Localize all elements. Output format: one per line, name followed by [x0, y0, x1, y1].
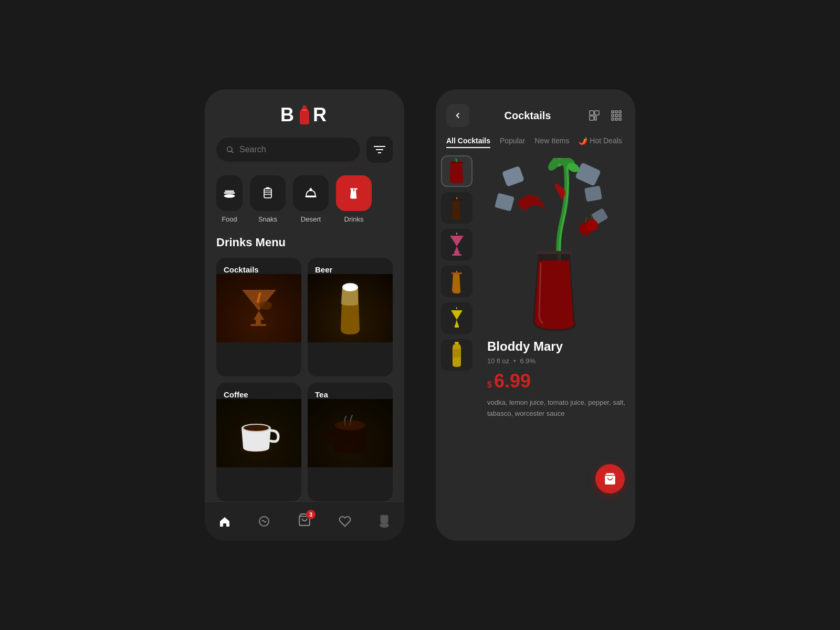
logo-r: R: [313, 104, 329, 126]
desert-icon: [303, 186, 318, 201]
tea-pot-svg: [324, 407, 376, 459]
coffee-image: [216, 399, 301, 467]
tab-all-cocktails[interactable]: All Cocktails: [446, 136, 490, 148]
category-drinks[interactable]: Drinks: [336, 175, 372, 223]
phone-left: B R: [205, 89, 404, 541]
drinks-icon-box: [336, 175, 372, 211]
phone-right: Cocktails: [436, 89, 635, 541]
heart-icon: [339, 515, 351, 528]
hot-deals-icon: 🌶️: [579, 136, 587, 145]
category-food[interactable]: Food: [216, 175, 243, 223]
svg-rect-41: [615, 114, 617, 117]
nav-chat[interactable]: [258, 515, 270, 528]
thumb-yellow-bottle[interactable]: [441, 339, 472, 371]
thumb-sidebar: [436, 155, 478, 541]
svg-rect-18: [256, 320, 261, 324]
bottle-icon: [297, 106, 312, 124]
cocktails-image: [216, 274, 301, 342]
menu-card-cocktails[interactable]: Cocktails: [216, 258, 301, 376]
svg-rect-42: [619, 114, 621, 117]
thumb-bottle-svg: [451, 342, 463, 368]
view-icons: [586, 107, 625, 124]
phones-container: B R: [205, 89, 635, 541]
nav-home[interactable]: [218, 515, 231, 528]
svg-rect-55: [455, 325, 459, 328]
menu-card-beer[interactable]: Beer: [308, 258, 393, 376]
view-list-icon[interactable]: [586, 107, 603, 124]
svg-rect-37: [612, 111, 614, 113]
profile-icon: [378, 515, 391, 528]
price-amount: 6.99: [494, 370, 531, 392]
svg-point-69: [586, 219, 598, 231]
beer-placeholder: [308, 274, 393, 342]
menu-card-coffee[interactable]: Coffee: [216, 383, 301, 501]
drink-price-row: $ 6.99: [487, 370, 626, 392]
bloody-mary-illustration: [488, 158, 625, 337]
thumb-rum[interactable]: [441, 192, 472, 224]
thumb-pink-svg: [448, 232, 466, 258]
filter-icon: [374, 145, 385, 154]
menu-card-tea[interactable]: Tea: [308, 383, 393, 501]
back-button[interactable]: [446, 104, 469, 127]
food-icon-box: [216, 175, 243, 211]
search-box[interactable]: [216, 138, 360, 162]
cocktails-label: Cocktails: [216, 258, 301, 274]
category-desert[interactable]: Desert: [293, 175, 329, 223]
svg-rect-45: [619, 118, 621, 120]
svg-rect-53: [452, 272, 462, 274]
svg-point-32: [380, 523, 389, 528]
svg-rect-61: [584, 186, 602, 202]
drinks-label: Drinks: [344, 215, 364, 223]
svg-rect-34: [595, 111, 599, 115]
svg-line-71: [591, 214, 592, 219]
drink-ingredients: vodka, lemon juice, tomato juice, pepper…: [487, 397, 626, 419]
nav-favorites[interactable]: [339, 515, 351, 528]
thumb-pink[interactable]: [441, 229, 472, 260]
svg-rect-35: [590, 116, 594, 120]
tab-popular[interactable]: Popular: [500, 136, 525, 148]
thumb-bloody-mary[interactable]: [441, 155, 472, 187]
cart-fab-button[interactable]: [595, 464, 625, 494]
food-icon: [222, 186, 237, 201]
svg-line-70: [585, 217, 587, 223]
bottom-nav: 3: [205, 501, 404, 541]
thumb-bloody-mary-svg: [447, 158, 466, 184]
svg-point-8: [224, 194, 235, 198]
thumb-lemon[interactable]: [441, 302, 472, 334]
nav-profile[interactable]: [378, 515, 391, 528]
filter-button[interactable]: [366, 136, 393, 163]
svg-rect-44: [615, 118, 617, 120]
tea-image: [308, 399, 393, 467]
drink-name: Bloddy Mary: [487, 339, 626, 354]
svg-rect-57: [455, 342, 459, 344]
tab-new-items[interactable]: New Items: [534, 136, 569, 148]
svg-rect-50: [454, 251, 459, 254]
drink-info: Bloddy Mary 10 fl oz • 6.9% $ 6.99 vodka…: [485, 339, 628, 419]
dot-separator: •: [513, 357, 516, 365]
svg-rect-38: [615, 111, 617, 113]
svg-rect-36: [595, 116, 596, 120]
search-input[interactable]: [239, 145, 351, 154]
chat-icon: [258, 515, 270, 528]
snaks-icon-box: [250, 175, 286, 211]
hot-deals-label: Hot Deals: [590, 136, 622, 145]
view-grid-icon[interactable]: [608, 107, 625, 124]
drinks-menu-title: Drinks Menu: [205, 236, 404, 249]
svg-rect-13: [266, 187, 270, 190]
search-area: [205, 136, 404, 163]
beer-glass-svg: [334, 277, 366, 340]
top-bar: Cocktails: [436, 89, 635, 136]
svg-rect-31: [381, 515, 388, 523]
svg-rect-7: [225, 191, 234, 192]
svg-point-20: [259, 301, 272, 310]
menu-grid: Cocktails: [205, 258, 404, 501]
beer-label: Beer: [308, 258, 393, 274]
svg-rect-62: [495, 193, 514, 211]
svg-rect-60: [575, 162, 601, 186]
category-snaks[interactable]: Snaks: [250, 175, 286, 223]
tea-placeholder: [308, 399, 393, 467]
nav-cart[interactable]: 3: [298, 513, 311, 530]
thumb-orange[interactable]: [441, 266, 472, 297]
tab-hot-deals[interactable]: 🌶️ Hot Deals: [579, 136, 622, 148]
logo-area: B R: [205, 89, 404, 136]
